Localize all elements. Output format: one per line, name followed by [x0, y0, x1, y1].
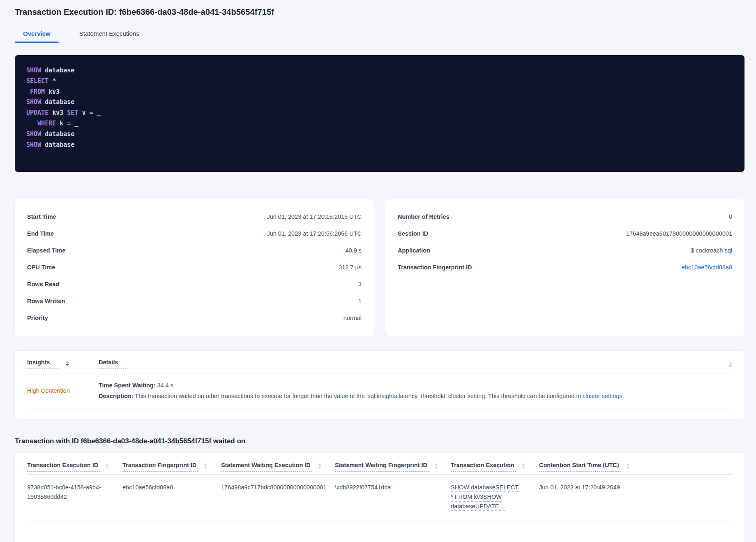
column-header-label: Transaction Execution — [451, 462, 516, 472]
sql-line: WHERE k = _ — [26, 118, 733, 129]
sql-line: SHOW database — [26, 65, 733, 76]
cell-statement-waiting-fingerprint-id: \xdb8922f077541dda — [335, 483, 451, 511]
summary-row: Prioritynormal — [27, 309, 362, 326]
summary-label: Elapsed Time — [27, 247, 65, 254]
summary-label: Start Time — [27, 213, 56, 220]
description-text: This transaction waited on other transac… — [134, 393, 583, 399]
waited-on-table-header: Transaction Execution IDTransaction Fing… — [27, 453, 732, 472]
summary-label: Transaction Fingerprint ID — [398, 264, 472, 271]
summary-value: 3 — [358, 281, 362, 287]
tab-overview[interactable]: Overview — [15, 27, 59, 42]
summary-label: Rows Read — [27, 281, 59, 287]
sql-line: SHOW database — [26, 97, 733, 108]
session-summary-card: Number of Retries0Session ID17648a9eea60… — [385, 199, 744, 336]
sql-line: SELECT * — [26, 76, 733, 87]
summary-row: CPU Time312.7 µs — [27, 259, 362, 276]
insights-column-header[interactable]: Insights — [27, 359, 99, 369]
summary-value: 40.9 s — [346, 247, 362, 254]
waited-on-table-card: Transaction Execution IDTransaction Fing… — [15, 453, 744, 542]
column-header-contention-start-time-utc-[interactable]: Contention Start Time (UTC) — [539, 462, 732, 472]
summary-label: End Time — [27, 230, 54, 237]
insights-table-header: Insights Details — [27, 351, 732, 369]
summary-label: Session ID — [398, 230, 428, 237]
column-header-transaction-execution-id[interactable]: Transaction Execution ID — [27, 462, 122, 472]
transaction-execution-link[interactable]: SHOW databaseSELECT * FROM kv3SHOW datab… — [451, 483, 521, 511]
summary-value: 312.7 µs — [339, 264, 362, 271]
insight-type-badge: High Contention — [27, 387, 99, 394]
sql-line: SHOW database — [26, 129, 733, 140]
summary-label: CPU Time — [27, 264, 55, 271]
column-header-label: Statement Waiting Fingerprint ID — [335, 462, 429, 472]
time-spent-waiting-value: 34.4 s — [156, 382, 174, 389]
insights-table-card: Insights Details High Contention Time Sp… — [15, 351, 744, 419]
insights-extra-sort[interactable] — [729, 361, 732, 368]
sql-line: UPDATE kv3 SET v = _ — [26, 108, 733, 118]
tab-bar: OverviewStatement Executions — [15, 27, 744, 42]
summary-row: Rows Written1 — [27, 292, 362, 309]
column-header-transaction-fingerprint-id[interactable]: Transaction Fingerprint ID — [122, 462, 221, 472]
page-title: Transaction Execution ID: f6be6366-da03-… — [15, 7, 744, 17]
details-column-label: Details — [99, 359, 128, 369]
column-header-label: Contention Start Time (UTC) — [539, 462, 621, 472]
cell-contention-start-time: Jun 01, 2023 at 17:20:49:2049 — [539, 483, 732, 511]
sort-icon[interactable] — [66, 361, 69, 366]
cell-transaction-fingerprint-id: ebc10ae56cfd88a8 — [122, 483, 221, 511]
cluster-settings-link[interactable]: cluster settings — [583, 393, 622, 399]
sort-icon[interactable] — [729, 362, 732, 368]
summary-row: Transaction Fingerprint IDebc10ae56cfd88… — [398, 259, 732, 276]
time-spent-waiting-line: Time Spent Waiting: 34.4 s — [99, 380, 732, 391]
summary-value: Jun 01, 2023 at 17:20:15:2015 UTC — [267, 213, 362, 220]
column-header-label: Transaction Fingerprint ID — [122, 462, 198, 472]
sort-icon[interactable] — [522, 463, 525, 469]
summary-label: Application — [398, 247, 430, 254]
column-header-statement-waiting-execution-id[interactable]: Statement Waiting Execution ID — [221, 462, 335, 472]
sort-icon[interactable] — [106, 463, 109, 469]
sql-statements-box: SHOW databaseSELECT * FROM kv3SHOW datab… — [15, 55, 744, 172]
summary-value: 17648a9eea6017800000000000000001 — [626, 230, 732, 237]
insight-row: High Contention Time Spent Waiting: 34.4… — [27, 373, 732, 410]
execution-summary-card: Start TimeJun 01, 2023 at 17:20:15:2015 … — [15, 199, 374, 336]
description-line: Description: This transaction waited on … — [99, 391, 732, 401]
sort-icon[interactable] — [435, 463, 438, 469]
summary-value: 0 — [729, 213, 732, 220]
summary-row: Application$ cockroach sql — [398, 242, 732, 259]
summary-row: Elapsed Time40.9 s — [27, 242, 362, 259]
transaction-details-page: Transaction Execution ID: f6be6366-da03-… — [0, 0, 756, 542]
summary-row: Rows Read3 — [27, 276, 362, 292]
summary-label: Rows Written — [27, 298, 65, 304]
summary-value: Jun 01, 2023 at 17:20:56:2056 UTC — [267, 230, 362, 237]
summary-cards-row: Start TimeJun 01, 2023 at 17:20:15:2015 … — [15, 199, 744, 336]
description-label: Description: — [99, 393, 134, 399]
insights-column-label: Insights — [27, 359, 60, 369]
summary-value: normal — [343, 315, 362, 321]
transaction-fingerprint-link[interactable]: ebc10ae56cfd88a8 — [682, 264, 732, 271]
cell-statement-waiting-execution-id: 176498a9c717bdc80000000000000001 — [221, 483, 335, 511]
time-spent-waiting-label: Time Spent Waiting: — [99, 382, 156, 389]
cell-transaction-execution-id: 9738d051-bc0e-4158-a9b4-1903586ddd42 — [27, 483, 122, 511]
insight-details: Time Spent Waiting: 34.4 s Description: … — [99, 380, 732, 401]
summary-row: Start TimeJun 01, 2023 at 17:20:15:2015 … — [27, 208, 362, 225]
sort-icon[interactable] — [204, 463, 207, 469]
column-header-statement-waiting-fingerprint-id[interactable]: Statement Waiting Fingerprint ID — [335, 462, 451, 472]
column-header-transaction-execution[interactable]: Transaction Execution — [451, 462, 539, 472]
tab-statement-executions[interactable]: Statement Executions — [71, 27, 148, 42]
waited-on-heading: Transaction with ID f6be6366-da03-48de-a… — [15, 437, 744, 445]
details-column-header[interactable]: Details — [99, 359, 729, 369]
description-suffix: . — [622, 393, 624, 399]
summary-row: End TimeJun 01, 2023 at 17:20:56:2056 UT… — [27, 225, 362, 242]
summary-label: Priority — [27, 315, 48, 321]
summary-row: Session ID17648a9eea60178000000000000000… — [398, 225, 732, 242]
column-header-label: Transaction Execution ID — [27, 462, 100, 472]
summary-label: Number of Retries — [398, 213, 449, 220]
sql-line: FROM kv3 — [26, 87, 733, 97]
summary-value: 1 — [358, 298, 362, 304]
column-header-label: Statement Waiting Execution ID — [221, 462, 312, 472]
sort-icon[interactable] — [627, 463, 630, 469]
sql-line: SHOW database — [26, 140, 733, 151]
cell-transaction-execution: SHOW databaseSELECT * FROM kv3SHOW datab… — [451, 483, 539, 511]
waited-on-table-row: 9738d051-bc0e-4158-a9b4-1903586ddd42 ebc… — [27, 475, 732, 521]
summary-value: $ cockroach sql — [691, 247, 732, 254]
sort-icon[interactable] — [318, 463, 321, 469]
summary-row: Number of Retries0 — [398, 208, 732, 225]
